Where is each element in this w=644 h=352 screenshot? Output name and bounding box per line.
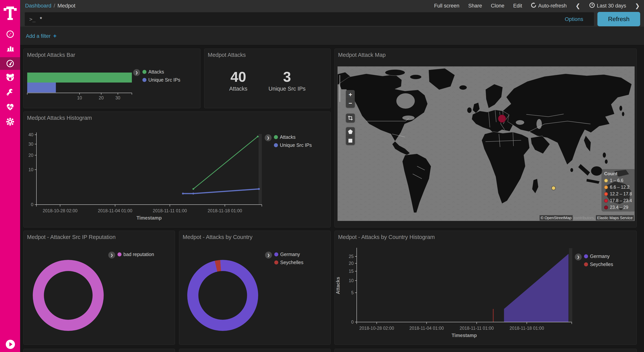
bucket-dot (604, 206, 608, 209)
sidebar-item-tpot[interactable] (0, 71, 20, 83)
gear-icon (6, 118, 14, 126)
legend-item[interactable]: Unique Src IPs (274, 142, 312, 148)
plus-icon: + (53, 33, 57, 39)
legend-item[interactable]: Seychelles (274, 260, 304, 265)
svg-text:40: 40 (28, 132, 33, 137)
share-button[interactable]: Share (468, 3, 482, 9)
options-link[interactable]: Options (565, 16, 584, 22)
legend-toggle-icon[interactable]: ❯ (265, 134, 272, 141)
bear-icon (6, 74, 14, 81)
autorefresh-button[interactable]: Auto-refresh (531, 3, 567, 9)
edit-button[interactable]: Edit (513, 3, 522, 9)
time-range-label: Last 30 days (597, 3, 626, 9)
world-map[interactable]: + − (338, 66, 634, 221)
time-forward-button[interactable]: ❯ (635, 3, 640, 9)
metric-attacks: 40 Attacks (229, 70, 248, 92)
top-navbar: Dashboard / Medpot Full screen Share Clo… (20, 0, 644, 12)
legend-toggle-icon[interactable]: ❯ (108, 252, 115, 259)
legend-row: 23.4 – 29 (604, 205, 634, 210)
telekom-logo (0, 4, 20, 23)
line-chart[interactable]: 0102030402018-10-28 02:002018-11-04 01:0… (24, 112, 331, 223)
svg-text:20: 20 (349, 261, 354, 266)
legend-dot-bad-reputation (118, 252, 122, 256)
legend-item[interactable]: Seychelles (584, 262, 613, 267)
ems-attribution[interactable]: Elastic Maps Service (596, 215, 634, 221)
svg-text:10: 10 (28, 167, 33, 172)
count-legend-title: Count (604, 171, 634, 177)
partial-panel (334, 349, 637, 352)
area-chart[interactable]: 05101520252018-10-28 02:002018-11-04 01:… (335, 231, 637, 340)
svg-text:Timestamp: Timestamp (136, 215, 162, 221)
sidebar-item-visualize[interactable] (0, 42, 20, 54)
legend-item[interactable]: Germany (584, 254, 613, 259)
legend-item[interactable]: bad reputation (118, 252, 154, 257)
polygon-draw-icon[interactable] (346, 127, 355, 136)
refresh-button[interactable]: Refresh (598, 12, 640, 26)
bar-chart-icon (6, 44, 14, 52)
legend-row: 12.2 – 17.8 (604, 191, 634, 197)
legend-toggle-icon[interactable]: ❯ (575, 254, 582, 260)
metric-value: 3 (268, 70, 306, 84)
sidebar-item-management[interactable] (0, 116, 20, 128)
country-legend: ❯ Germany Seychelles (265, 252, 304, 268)
app-root: Dashboard / Medpot Full screen Share Clo… (0, 0, 644, 352)
legend-item[interactable]: Germany (274, 252, 304, 257)
metric-unique-ips: 3 Unique Src IPs (268, 70, 306, 92)
fullscreen-button[interactable]: Full screen (434, 3, 460, 9)
map-zoom-in-button[interactable]: + (346, 90, 355, 99)
autorefresh-label: Auto-refresh (538, 3, 567, 9)
filter-bar: Add a filter + (20, 27, 644, 45)
svg-text:30: 30 (116, 95, 120, 100)
metric-label: Attacks (229, 86, 248, 92)
legend-dot-seychelles (274, 260, 278, 264)
svg-text:2018-11-18 01:00: 2018-11-18 01:00 (510, 326, 544, 331)
time-range-button[interactable]: Last 30 days (589, 2, 626, 10)
query-text[interactable]: * (40, 16, 565, 23)
breadcrumb: Dashboard / Medpot (25, 3, 75, 9)
breadcrumb-dashboard[interactable]: Dashboard (25, 3, 51, 9)
sidebar-expand-button[interactable] (6, 340, 15, 349)
legend-item[interactable]: Attacks (142, 69, 180, 75)
sidebar-item-dashboard[interactable] (0, 57, 20, 70)
legend-toggle-icon[interactable]: ❯ (265, 252, 272, 259)
bar-chart-legend: ❯ Attacks Unique Src IPs (133, 69, 180, 85)
query-prompt-icon: >_ (29, 16, 36, 22)
clone-button[interactable]: Clone (491, 3, 504, 9)
legend-item[interactable]: Attacks (274, 134, 312, 140)
sidebar-item-monitoring[interactable] (0, 101, 20, 113)
svg-text:0: 0 (31, 202, 33, 207)
legend-dot-unique-ips (142, 78, 146, 82)
map-count-legend: Count 1 – 6.6 6.6 – 12.2 12.2 – 17.8 17.… (602, 169, 634, 212)
query-bar: >_ * Options Refresh (20, 12, 644, 27)
time-back-button[interactable]: ❮ (576, 3, 580, 9)
sidebar-item-discover[interactable] (0, 28, 20, 40)
country-donut-chart[interactable] (187, 260, 258, 331)
map-zoom-out-button[interactable]: − (346, 99, 355, 108)
legend-dot-seychelles (584, 262, 588, 266)
reputation-donut-chart[interactable] (33, 260, 104, 331)
partial-panel (179, 349, 330, 352)
sidebar-item-devtools[interactable] (0, 86, 20, 98)
search-input[interactable]: >_ * Options (25, 12, 594, 26)
breadcrumb-separator: / (54, 3, 55, 9)
bucket-dot (604, 192, 608, 196)
osm-attribution[interactable]: © OpenStreetMap (540, 215, 573, 221)
panel-country-histogram: Medpot - Attacks by Country Histogram At… (334, 231, 637, 345)
crop-icon[interactable] (346, 114, 355, 122)
legend-dot-attacks (274, 135, 278, 139)
topnav-actions: Full screen Share Clone Edit Auto-refres… (434, 2, 640, 10)
metric-value: 40 (229, 70, 248, 84)
svg-text:0: 0 (351, 319, 354, 324)
donut-hole (198, 271, 247, 320)
sidebar (0, 0, 20, 352)
breadcrumb-current: Medpot (58, 3, 75, 9)
svg-text:30: 30 (28, 142, 33, 147)
panel-title: Medpot - Attacker Src IP Reputation (27, 234, 116, 240)
legend-item[interactable]: Unique Src IPs (142, 77, 180, 83)
svg-text:20: 20 (99, 95, 104, 100)
add-filter-link[interactable]: Add a filter + (26, 33, 56, 39)
legend-row: 6.6 – 12.2 (604, 185, 634, 190)
svg-text:10: 10 (349, 278, 354, 283)
rectangle-draw-icon[interactable] (346, 136, 355, 145)
legend-toggle-icon[interactable]: ❯ (133, 69, 140, 76)
